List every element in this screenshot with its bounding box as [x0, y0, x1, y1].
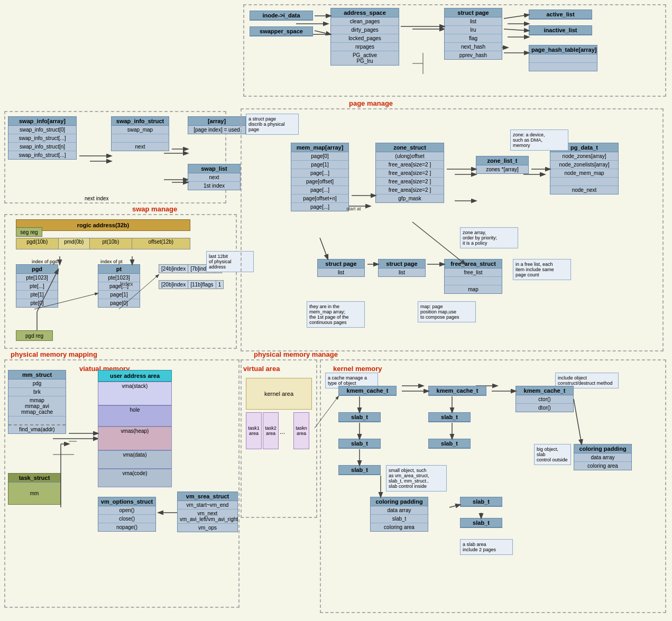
- mm-struct-field3: mmapmmap_avimmap_cache: [8, 396, 66, 416]
- slab-area-note: a slab areainclude 2 pages: [460, 539, 513, 555]
- active-list-title: active_list: [529, 10, 592, 19]
- struct-page-pm-title: struct page: [445, 8, 502, 17]
- map-note: map: pageposition map,useto compose page…: [418, 301, 476, 322]
- kmem-cache-t1-title: kmem_cache_t: [339, 386, 396, 395]
- struct-page-pm-field2: lru: [445, 26, 502, 34]
- kmem-cache-t3-title: kmem_cache_t: [516, 386, 573, 395]
- vm-srea-field1: vm_start~vm_end: [178, 501, 237, 509]
- index-box2: [20b]index [11b]flags 1: [159, 280, 224, 289]
- mem-map-field1: page[0]: [291, 152, 348, 161]
- vma-data-block: vma(data): [98, 450, 172, 469]
- coloring-padding1-box: coloring padding data array slab_t color…: [370, 497, 428, 532]
- mm-struct-field5: find_vma(addr): [8, 425, 66, 433]
- page-hash-table-field1: [529, 54, 597, 63]
- dots-label: ...: [280, 428, 285, 435]
- slab-t2-box: slab_t: [428, 412, 471, 422]
- struct-page-pm2-title: struct page: [379, 259, 425, 268]
- address-space-box: address_space clean_pages dirty_pages lo…: [330, 8, 399, 66]
- phys-mem-manage-label: physical memory manage: [254, 350, 338, 358]
- user-address-area-box: user address area: [98, 370, 172, 382]
- pg-data-t-field5: node_next: [550, 186, 618, 194]
- pgd-reg-box: pgd reg: [16, 330, 53, 341]
- mm-struct-box: mm_struct pdg brk mmapmmap_avimmap_cache…: [8, 370, 66, 434]
- swap-array-field1: [page index] = used: [188, 126, 245, 134]
- pt-field3: page[1]: [98, 291, 140, 299]
- vm-srea-struct-box: vm_srea_struct vm_start~vm_end vm_nextvm…: [177, 492, 238, 532]
- vm-options-field3: nopage(): [98, 523, 155, 531]
- address-space-field5: PG_activePG_lru: [331, 51, 399, 65]
- zone-device-note: zone: a device,such as DMA,memory: [510, 129, 568, 151]
- mem-map-array-box: mem_map[array] page[0] page[1] page[...]…: [291, 143, 349, 211]
- zone-struct-title: zone_struct: [376, 143, 444, 152]
- offset-seg: offset(12b): [132, 238, 190, 249]
- vm-options-field1: open(): [98, 506, 155, 515]
- inactive-list-title: inactive_list: [529, 26, 592, 35]
- swap-list-title: swap_list: [188, 164, 240, 173]
- page-hash-table-title: page_hash_table[array]: [529, 45, 597, 54]
- active-list-box: active_list: [529, 10, 592, 20]
- slab-t1-box: slab_t: [338, 412, 381, 422]
- zone-list-t-title: zone_list_t: [476, 156, 528, 165]
- zone-struct-field5: free_area[size=2 ]: [376, 186, 444, 194]
- kernel-memory-section: [320, 359, 666, 613]
- inode-i-data-title: inode->i_data: [250, 11, 312, 20]
- swap-list-box: swap_list next 1st index: [188, 164, 241, 190]
- pgd-table-box: pgd pte[1023] pte[...] pte[1] pte[0]: [16, 264, 58, 308]
- zone-struct-field3: free_area[size=2 ]: [376, 169, 444, 178]
- pgd-field1: pte[1023]: [16, 274, 58, 282]
- task1-area-block: task1area: [246, 412, 262, 449]
- zone-list-t-box: zone_list_t zones *[array]: [476, 156, 529, 174]
- index-pt-label: index of pt: [100, 259, 123, 264]
- mem-map-note: they are in themem_map array;the 1st pag…: [307, 301, 365, 328]
- kmem-cache-t3-field1: ctor(): [516, 395, 573, 404]
- swapper-space-box: swapper_space: [250, 26, 313, 36]
- struct-page-pm-field4: next_hash: [445, 43, 502, 51]
- swap-info-array-box: swap_info[array] swap_info_struct[0] swa…: [8, 116, 77, 160]
- swap-info-array-field4: swap_info_struct[...]: [8, 151, 76, 159]
- slab-t4-title: slab_t: [429, 439, 470, 448]
- pmd-seg: pmd(0b): [59, 238, 90, 249]
- pg-data-t-field1: node_zones[array]: [550, 152, 618, 161]
- vm-srea-field2: vm_nextvm_avi_left/vm_avi_right: [178, 509, 237, 524]
- mem-map-title: mem_map[array]: [291, 143, 348, 152]
- slab-t3-box: slab_t: [338, 439, 381, 449]
- task2-area-block: task2area: [263, 412, 279, 449]
- free-list-note: in a free list, eachitem include samepag…: [513, 259, 571, 280]
- vm-options-struct-box: vm_options_struct open() close() nopage(…: [98, 497, 156, 532]
- free-area-struct-box: free_area_struct free_list map: [444, 259, 502, 294]
- address-space-title: address_space: [331, 8, 399, 17]
- mem-map-field3: page[...]: [291, 169, 348, 178]
- taskn-area-block: tasknarea: [293, 412, 309, 449]
- task-struct-mm: mm: [8, 483, 60, 504]
- mm-struct-field1: pdg: [8, 379, 66, 388]
- index-label: Index: [120, 281, 133, 287]
- zone-struct-field1: (ulong)offset: [376, 152, 444, 161]
- zone-struct-field6: gfp_mask: [376, 194, 444, 202]
- mem-map-field4: page[offset]: [291, 178, 348, 186]
- swap-info-struct-title: swap_info_struct: [112, 117, 169, 126]
- small-obj-note: small object, suchas vm_area_struct,slab…: [386, 465, 447, 492]
- struct-page-pm2-box: struct page list: [378, 259, 426, 277]
- zone-struct-box: zone_struct (ulong)offset free_area[size…: [375, 143, 444, 203]
- task-struct-box: task_struct mm: [8, 473, 61, 505]
- struct-page-pm-field1: list: [445, 17, 502, 26]
- pgd-seg: pgd(10b): [16, 238, 59, 249]
- vma-stack-block: vma(stack): [98, 382, 172, 405]
- swap-info-struct-field1: swap_map: [112, 126, 169, 134]
- struct-page-note: a struct pagediscrib a physicalpage: [246, 114, 299, 135]
- slab-t3-title: slab_t: [339, 439, 380, 448]
- slab-t7-title: slab_t: [461, 518, 502, 527]
- swap-list-field1: next: [188, 173, 240, 182]
- swap-array-box: [array] [page index] = used: [188, 116, 246, 134]
- address-space-field1: clean_pages: [331, 17, 399, 26]
- slab-t5-box: slab_t: [338, 465, 381, 475]
- start-at-label: start at: [346, 206, 361, 211]
- page-hash-table-field2: [529, 63, 597, 71]
- coloring-padding2-box: coloring padding data array coloring are…: [574, 444, 632, 470]
- swap-info-struct-box: swap_info_struct swap_map next: [111, 116, 169, 151]
- index-pgd-label: index of pgd: [32, 259, 58, 264]
- free-area-struct-field2: [445, 277, 502, 285]
- zone-array-note: zone array,order by priority;it is a pol…: [460, 227, 518, 248]
- free-area-struct-field3: map: [445, 285, 502, 293]
- vm-options-field2: close(): [98, 515, 155, 523]
